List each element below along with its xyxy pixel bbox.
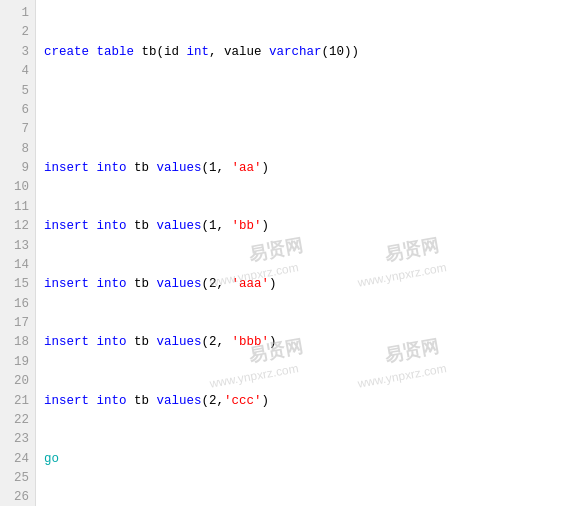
- code-content[interactable]: create table tb(id int, value varchar(10…: [36, 0, 566, 506]
- line-numbers: 1 2 3 4 5 6 7 8 9 10 11 12 13 14 15 16 1…: [0, 0, 36, 506]
- code-editor: 1 2 3 4 5 6 7 8 9 10 11 12 13 14 15 16 1…: [0, 0, 566, 506]
